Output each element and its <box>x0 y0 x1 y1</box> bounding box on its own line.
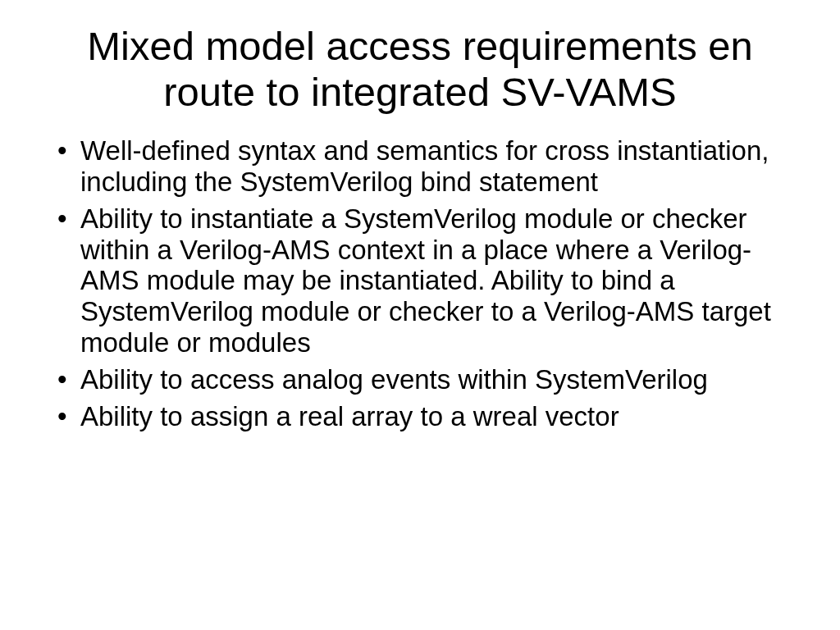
bullet-item: Ability to assign a real array to a wrea… <box>80 401 799 432</box>
bullet-list: Well-defined syntax and semantics for cr… <box>41 135 799 432</box>
bullet-item: Ability to access analog events within S… <box>80 364 799 395</box>
slide-title: Mixed model access requirements en route… <box>41 23 799 116</box>
bullet-item: Ability to instantiate a SystemVerilog m… <box>80 203 799 359</box>
bullet-item: Well-defined syntax and semantics for cr… <box>80 135 799 198</box>
slide: Mixed model access requirements en route… <box>0 0 840 630</box>
